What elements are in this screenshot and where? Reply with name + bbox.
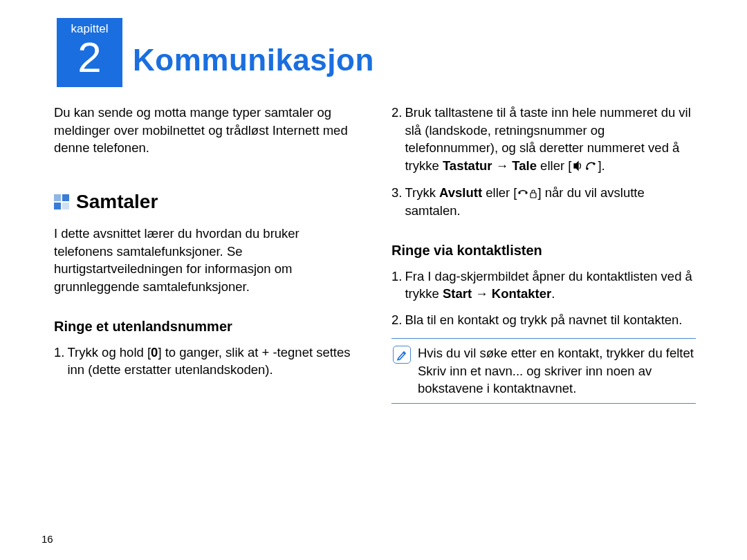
step-body: Bruk talltastene til å taste inn hele nu… xyxy=(405,104,696,174)
page-number: 16 xyxy=(42,533,53,545)
right-column: 2. Bruk talltastene til å taste inn hele… xyxy=(391,104,696,404)
note-box: Hvis du vil søke etter en kontakt, trykk… xyxy=(391,338,696,404)
subsection-heading-2: Ringe via kontaktlisten xyxy=(391,241,696,261)
step-2: 2. Bruk talltastene til å taste inn hele… xyxy=(391,104,696,174)
step-body: Bla til en kontakt og trykk på navnet ti… xyxy=(405,311,682,329)
left-column: Du kan sende og motta mange typer samtal… xyxy=(54,104,358,404)
step-number: 3. xyxy=(391,184,402,219)
intro-paragraph: Du kan sende og motta mange typer samtal… xyxy=(54,104,358,157)
chapter-number: 2 xyxy=(57,36,122,79)
end-call-lock-icon xyxy=(517,189,538,198)
step-r2: 2. Bla til en kontakt og trykk på navnet… xyxy=(391,311,696,329)
step-number: 1. xyxy=(391,268,402,303)
step-body: Trykk og hold [0] to ganger, slik at + -… xyxy=(67,344,358,379)
section-heading: Samtaler xyxy=(76,189,158,216)
step-3: 3. Trykk Avslutt eller [] når du vil avs… xyxy=(391,184,696,219)
step-1: 1. Trykk og hold [0] to ganger, slik at … xyxy=(54,344,358,379)
chapter-block: kapittel 2 xyxy=(57,18,122,87)
step-body: Trykk Avslutt eller [] når du vil avslut… xyxy=(405,184,696,219)
step-number: 1. xyxy=(54,344,64,379)
step-r1: 1. Fra I dag-skjermbildet åpner du konta… xyxy=(391,268,696,303)
svg-point-2 xyxy=(519,192,520,194)
speaker-call-icon xyxy=(571,160,598,171)
content-columns: Du kan sende og motta mange typer samtal… xyxy=(54,104,697,404)
note-text: Hvis du vil søke etter en kontakt, trykk… xyxy=(418,344,694,398)
step-body: Fra I dag-skjermbildet åpner du kontaktl… xyxy=(405,268,696,303)
section-intro: I dette avsnittet lærer du hvordan du br… xyxy=(54,225,358,295)
subsection-heading-1: Ringe et utenlandsnummer xyxy=(54,317,358,337)
steps-list-right-2: 1. Fra I dag-skjermbildet åpner du konta… xyxy=(391,268,696,329)
svg-point-3 xyxy=(526,192,527,194)
svg-point-0 xyxy=(587,168,588,169)
step-number: 2. xyxy=(391,104,402,174)
svg-point-1 xyxy=(593,163,595,165)
page-title: Kommunikasjon xyxy=(133,43,374,77)
section-heading-row: Samtaler xyxy=(54,189,358,216)
squares-icon xyxy=(54,194,69,209)
step-number: 2. xyxy=(391,311,402,329)
steps-list-right-cont: 2. Bruk talltastene til å taste inn hele… xyxy=(391,104,696,219)
steps-list-left: 1. Trykk og hold [0] to ganger, slik at … xyxy=(54,344,358,379)
svg-rect-4 xyxy=(531,193,536,198)
note-icon xyxy=(393,346,411,364)
